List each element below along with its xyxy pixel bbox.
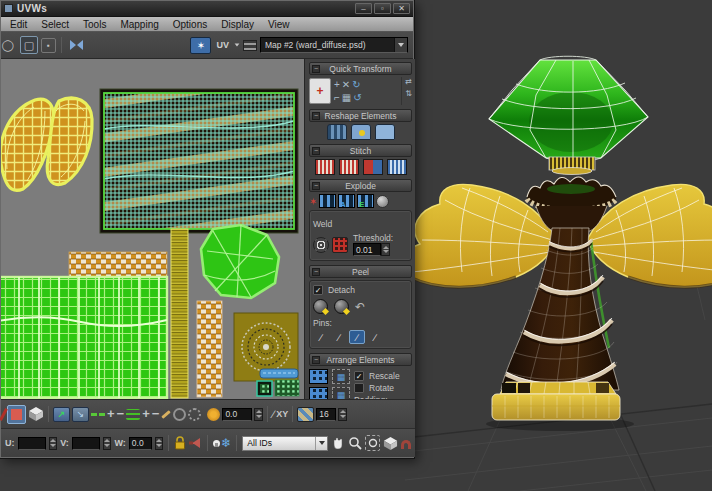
texture-list-icon[interactable] — [243, 40, 257, 51]
weld-selected-icon[interactable] — [332, 237, 348, 253]
element-subobject-icon[interactable] — [28, 406, 44, 422]
dropdown-arrow-icon[interactable] — [394, 38, 407, 52]
menu-display[interactable]: Display — [214, 19, 261, 30]
grow-loop-icon[interactable]: + — [107, 409, 115, 419]
face-subobject-icon[interactable] — [7, 405, 26, 424]
explode-face-icon[interactable] — [319, 194, 336, 208]
pack-normalize-icon[interactable] — [309, 369, 328, 384]
smooth-tool-icon[interactable] — [375, 124, 395, 140]
rescale-checkbox[interactable]: ✓ — [354, 371, 364, 381]
dropdown-arrow-icon[interactable] — [315, 437, 327, 450]
rollout-header-quick-transform[interactable]: − Quick Transform — [309, 62, 412, 75]
collapse-icon[interactable]: − — [312, 182, 320, 190]
break-icon[interactable]: ✶ — [309, 196, 317, 207]
mirror-tool-icon[interactable] — [67, 36, 85, 54]
collapse-icon[interactable]: − — [312, 65, 320, 73]
detach-checkbox[interactable]: ✓ — [313, 285, 323, 295]
uv-edit-canvas[interactable] — [1, 59, 304, 399]
material-id-dropdown[interactable]: All IDs — [242, 436, 328, 451]
explode-sphere-icon[interactable] — [376, 195, 389, 208]
menu-view[interactable]: View — [261, 19, 297, 30]
zoom-extents-icon[interactable] — [383, 436, 398, 451]
uv-island-orange-strip[interactable] — [197, 301, 222, 397]
edge-loop-icon[interactable] — [126, 409, 140, 420]
stitch-target-icon[interactable] — [387, 159, 407, 175]
w-field[interactable]: 0.0 — [129, 437, 152, 450]
rollout-header-arrange[interactable]: − Arrange Elements — [309, 353, 412, 366]
peel-mode-icon[interactable] — [334, 299, 349, 314]
rotate-cw-icon[interactable]: ↻ — [352, 79, 360, 90]
rotate-checkbox[interactable] — [354, 383, 364, 393]
menu-tools[interactable]: Tools — [76, 19, 113, 30]
menu-mapping[interactable]: Mapping — [113, 19, 165, 30]
pack-custom-icon[interactable]: ▦ — [332, 369, 350, 384]
uv-island-yellow-strip[interactable] — [171, 229, 188, 398]
explode-element-icon[interactable]: E — [357, 194, 374, 208]
stitch-source-icon[interactable] — [363, 159, 383, 175]
menu-options[interactable]: Options — [166, 19, 214, 30]
rotate-ccw-icon[interactable]: ↺ — [353, 92, 361, 103]
rollout-header-explode[interactable]: − Explode — [309, 179, 412, 192]
grid-size-spinner[interactable] — [338, 408, 347, 421]
stitch-average-icon[interactable] — [339, 159, 359, 175]
uv-space-arrow-icon[interactable] — [235, 43, 240, 46]
threshold-spinner[interactable] — [381, 243, 390, 256]
rollout-header-reshape[interactable]: − Reshape Elements — [309, 109, 412, 122]
align-corner-icon[interactable]: ⌐ — [334, 92, 340, 103]
menu-select[interactable]: Select — [34, 19, 76, 30]
pack-together-icon[interactable] — [309, 387, 328, 399]
falloff-field[interactable]: 0.0 — [222, 408, 252, 421]
uv-island-green-sheet[interactable] — [1, 277, 167, 398]
w-spinner[interactable] — [155, 437, 163, 450]
texel-density-icon[interactable] — [297, 407, 314, 422]
snap-magnet-icon[interactable] — [401, 440, 411, 449]
pin-active-icon[interactable]: ∕ — [349, 330, 365, 344]
pin-tool-icon[interactable]: ∕ — [313, 330, 329, 344]
uv-island-octagon[interactable] — [201, 225, 279, 298]
grow-selection-icon[interactable]: ↗ — [53, 407, 70, 422]
zoom-region-icon[interactable] — [365, 435, 379, 451]
lock-selection-icon[interactable] — [174, 436, 186, 450]
v-spinner[interactable] — [103, 437, 111, 450]
window-titlebar[interactable]: UVWs – ▫ ✕ — [1, 1, 413, 17]
pack-region-icon[interactable]: ▦ — [332, 387, 350, 399]
pin-select-icon[interactable]: ∕ — [367, 330, 383, 344]
collapse-icon[interactable]: − — [312, 147, 320, 155]
paint-size-icon[interactable] — [173, 408, 186, 421]
shrink-selection-icon[interactable]: ↘ — [72, 407, 89, 422]
falloff-linear-icon[interactable]: ∕ — [272, 408, 274, 420]
space-h-icon[interactable]: ⇄ — [405, 77, 412, 86]
collapse-icon[interactable]: − — [312, 112, 320, 120]
falloff-spinner[interactable] — [254, 408, 263, 421]
stitch-custom-icon[interactable] — [315, 159, 335, 175]
peel-reset-icon[interactable]: ↶ — [355, 300, 365, 314]
space-v-icon[interactable]: ⇅ — [405, 89, 412, 98]
soft-selection-icon[interactable] — [207, 408, 220, 421]
edge-dashes-icon[interactable] — [91, 413, 105, 416]
align-x-icon[interactable]: ✕ — [342, 79, 350, 90]
filter-selected-faces-icon[interactable] — [213, 440, 218, 447]
falloff-space-label[interactable]: XY — [276, 409, 288, 419]
uv-islands-small[interactable] — [257, 380, 299, 396]
collapse-icon[interactable]: − — [312, 356, 320, 364]
zoom-icon[interactable] — [348, 436, 362, 450]
shrink-ring-icon[interactable]: − — [152, 409, 160, 419]
rollout-header-peel[interactable]: − Peel — [309, 265, 412, 278]
grid-snap-icon[interactable]: ▦ — [342, 92, 351, 103]
grow-ring-icon[interactable]: + — [142, 409, 150, 419]
map-selector-dropdown[interactable]: Map #2 (ward_diffuse.psd) — [260, 37, 408, 53]
explode-angle-icon[interactable]: A — [338, 194, 355, 208]
collapse-icon[interactable]: − — [312, 268, 320, 276]
pan-hand-icon[interactable] — [331, 436, 345, 450]
peel-seams-icon[interactable] — [313, 299, 328, 314]
uv-space-label[interactable]: UV — [216, 40, 229, 50]
paint-select-icon[interactable] — [161, 413, 171, 416]
paint-falloff-icon[interactable] — [188, 408, 201, 421]
move-h-icon[interactable]: + — [334, 79, 340, 90]
align-pivot-icon[interactable]: + — [309, 78, 331, 104]
rollout-header-stitch[interactable]: − Stitch — [309, 144, 412, 157]
close-button[interactable]: ✕ — [393, 3, 410, 14]
u-spinner[interactable] — [49, 437, 57, 450]
minimize-button[interactable]: – — [355, 3, 372, 14]
uv-island-body-selected[interactable] — [100, 89, 298, 233]
